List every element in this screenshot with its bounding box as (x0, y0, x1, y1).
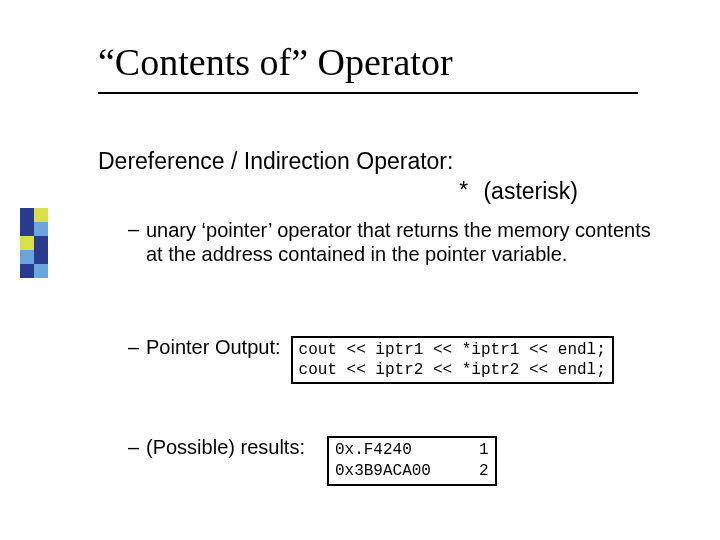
results-row: –(Possible) results: 0x.F4240 1 0x3B9ACA… (128, 436, 497, 486)
deco-sq (20, 264, 34, 278)
asterisk-label: (asterisk) (483, 178, 578, 204)
title-underline (98, 92, 638, 94)
deco-sq (34, 222, 48, 236)
deco-sq (34, 236, 48, 250)
bullet-text: (Possible) results: (146, 436, 305, 458)
deco-sq (20, 208, 34, 222)
bullet-text: Pointer Output: (146, 336, 281, 358)
asterisk-line: * (asterisk) (98, 178, 578, 206)
slide: “Contents of” Operator Dereference / Ind… (0, 0, 720, 540)
bullet-dash-icon: – (128, 218, 146, 241)
deco-sq (34, 264, 48, 278)
bullet-item: –unary ‘pointer’ operator that returns t… (128, 218, 688, 267)
deco-sq (34, 250, 48, 264)
bullet-text: unary ‘pointer’ operator that returns th… (146, 218, 666, 267)
deco-sq (34, 208, 48, 222)
deco-sq (20, 222, 34, 236)
deco-sq (20, 250, 34, 264)
bullet-list: –unary ‘pointer’ operator that returns t… (128, 218, 688, 281)
bullet-dash-icon: – (128, 336, 146, 359)
asterisk-symbol: * (457, 180, 471, 206)
bullet-item: –Pointer Output: (128, 336, 281, 359)
code-output-box: cout << iptr1 << *iptr1 << endl; cout <<… (291, 336, 614, 384)
code-results-box: 0x.F4240 1 0x3B9ACA00 2 (327, 436, 497, 486)
decorative-squares (20, 208, 50, 278)
pointer-output-row: –Pointer Output: cout << iptr1 << *iptr1… (128, 336, 614, 384)
deco-sq (20, 236, 34, 250)
slide-title: “Contents of” Operator (98, 40, 453, 84)
subtitle: Dereference / Indirection Operator: (98, 148, 453, 175)
bullet-dash-icon: – (128, 436, 146, 459)
bullet-item: –(Possible) results: (128, 436, 305, 459)
